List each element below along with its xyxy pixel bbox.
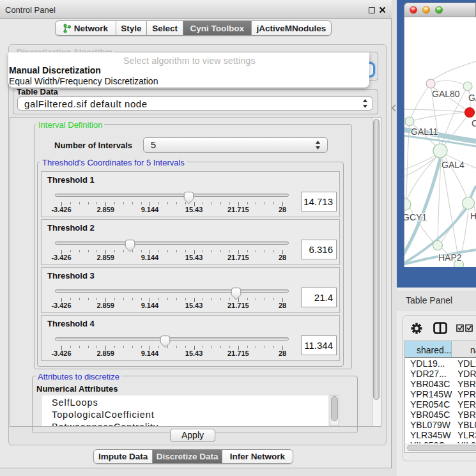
- svg-text:GAL4: GAL4: [441, 160, 464, 170]
- svg-text:GAL80: GAL80: [432, 89, 460, 99]
- svg-text:C: C: [472, 118, 476, 128]
- svg-text:HAP2: HAP2: [438, 252, 462, 263]
- svg-text:GCY1: GCY1: [404, 212, 427, 222]
- svg-text:GA: GA: [468, 93, 476, 103]
- svg-text:GAL11: GAL11: [411, 127, 438, 137]
- svg-text:H: H: [470, 211, 476, 221]
